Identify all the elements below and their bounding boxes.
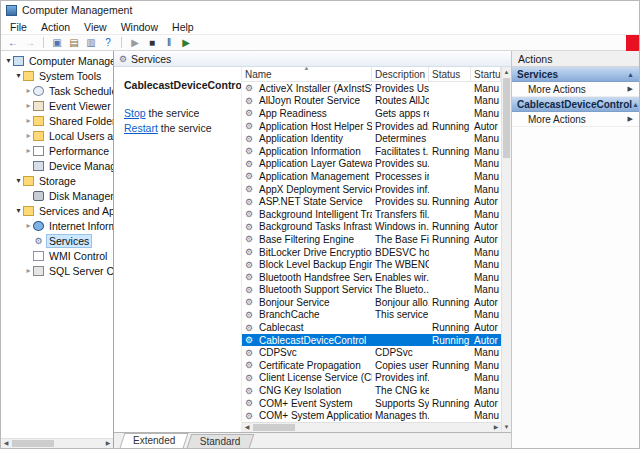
tree-item-storage[interactable]: ▾Storage: [1, 173, 113, 188]
back-icon[interactable]: ←: [5, 35, 21, 50]
task-link-restart[interactable]: Restart: [124, 122, 158, 134]
column-header-status[interactable]: Status: [429, 67, 471, 81]
expander-collapsed-icon[interactable]: ▸: [24, 101, 33, 110]
expander-expanded-icon[interactable]: ▾: [14, 71, 23, 80]
menu-view[interactable]: View: [77, 21, 114, 33]
expander-collapsed-icon[interactable]: ▸: [24, 86, 33, 95]
service-row[interactable]: ⚙App ReadinessGets apps re...Manu: [242, 107, 501, 120]
tab-extended[interactable]: Extended: [120, 433, 189, 448]
tree-item-system-tools[interactable]: ▾System Tools: [1, 68, 113, 83]
service-row[interactable]: ⚙Certificate PropagationCopies user ...R…: [242, 359, 501, 372]
tree-item-event-viewer[interactable]: ▸Event Viewer: [1, 98, 113, 113]
service-row[interactable]: ⚙AllJoyn Router ServiceRoutes AllJo...Ma…: [242, 95, 501, 108]
service-row[interactable]: ⚙Bluetooth Support ServiceThe Blueto...M…: [242, 284, 501, 297]
expander-collapsed-icon[interactable]: ▸: [24, 266, 33, 275]
service-row[interactable]: ⚙COM+ Event SystemSupports Sy...RunningA…: [242, 397, 501, 410]
tree-item-sql-server-configuratio[interactable]: ▸SQL Server Configuratio: [1, 263, 113, 278]
tree-item-services[interactable]: ⚙Services: [1, 233, 113, 248]
scroll-left-icon[interactable]: ◀: [242, 423, 252, 432]
task-link-stop[interactable]: Stop: [124, 107, 146, 119]
tree-item-performance[interactable]: ▸Performance: [1, 143, 113, 158]
expander-collapsed-icon[interactable]: ▸: [24, 116, 33, 125]
service-row[interactable]: ⚙Base Filtering EngineThe Base Fil...Run…: [242, 233, 501, 246]
service-row[interactable]: ⚙Background Intelligent Tran...Transfers…: [242, 208, 501, 221]
tab-standard[interactable]: Standard: [187, 434, 254, 448]
menu-action[interactable]: Action: [34, 21, 77, 33]
tree-item-internet-information-ser[interactable]: ▸Internet Information Ser: [1, 218, 113, 233]
service-row[interactable]: ⚙Bluetooth Handsfree ServiceEnables wir.…: [242, 271, 501, 284]
column-header-startu[interactable]: Startu: [471, 67, 501, 81]
service-row[interactable]: ⚙COM+ System ApplicationManages th...Man…: [242, 409, 501, 422]
scroll-right-icon[interactable]: ▶: [103, 439, 113, 448]
tree-item-device-manager[interactable]: Device Manager: [1, 158, 113, 173]
forward-icon[interactable]: →: [22, 35, 38, 50]
show-console-tree-icon[interactable]: ▣: [49, 35, 65, 50]
actions-section-services[interactable]: Services▲: [512, 67, 639, 82]
close-icon[interactable]: [626, 35, 639, 51]
services-gear-icon: ⚙: [119, 54, 127, 64]
service-row[interactable]: ⚙CablecastDeviceControlRunningAutor: [242, 334, 501, 347]
actions-section-cablecastdevicecontrol[interactable]: CablecastDeviceControl▲: [512, 97, 639, 112]
collapse-section-icon[interactable]: ▲: [632, 101, 639, 108]
service-row[interactable]: ⚙ASP.NET State ServiceProvides su...Runn…: [242, 195, 501, 208]
menu-file[interactable]: File: [3, 21, 34, 33]
service-row[interactable]: ⚙BranchCacheThis service ...Manu: [242, 309, 501, 322]
service-row[interactable]: ⚙Application Layer Gateway ...Provides s…: [242, 158, 501, 171]
tree-item-task-scheduler[interactable]: ▸Task Scheduler: [1, 83, 113, 98]
scrollbar-thumb[interactable]: [253, 424, 295, 431]
list-vertical-scrollbar[interactable]: ▲ ▼: [501, 67, 511, 432]
service-row[interactable]: ⚙Application IdentityDetermines ...Manu: [242, 132, 501, 145]
column-header-description[interactable]: Description: [372, 67, 429, 81]
service-gear-icon: ⚙: [242, 96, 256, 106]
service-row[interactable]: ⚙Block Level Backup Engine ...The WBENG.…: [242, 258, 501, 271]
service-row[interactable]: ⚙CNG Key IsolationThe CNG ke...Manu: [242, 384, 501, 397]
action-item-more-actions[interactable]: More Actions▶: [512, 112, 639, 127]
menu-help[interactable]: Help: [165, 21, 201, 33]
tree-item-wmi-control[interactable]: WMI Control: [1, 248, 113, 263]
tree-item-disk-management[interactable]: Disk Management: [1, 188, 113, 203]
expander-collapsed-icon[interactable]: ▸: [24, 146, 33, 155]
expander-expanded-icon[interactable]: ▾: [14, 176, 23, 185]
service-row[interactable]: ⚙AppX Deployment Service (...Provides in…: [242, 183, 501, 196]
pause-service-icon[interactable]: ‖: [161, 35, 177, 50]
scroll-right-icon[interactable]: ▶: [491, 423, 501, 432]
expander-expanded-icon[interactable]: ▾: [14, 206, 23, 215]
service-row[interactable]: ⚙Bonjour ServiceBonjour allo...RunningAu…: [242, 296, 501, 309]
tree-item-computer-management-local[interactable]: ▾Computer Management (Local: [1, 53, 113, 68]
service-row[interactable]: ⚙Background Tasks Infrastru...Windows in…: [242, 221, 501, 234]
stop-service-icon[interactable]: ■: [144, 35, 160, 50]
restart-service-icon[interactable]: ▶: [178, 35, 194, 50]
expander-expanded-icon[interactable]: ▾: [4, 56, 13, 65]
service-row[interactable]: ⚙Application ManagementProcesses in...Ma…: [242, 170, 501, 183]
column-header-name[interactable]: Name▲: [242, 67, 372, 81]
scrollbar-thumb[interactable]: [12, 440, 54, 447]
list-horizontal-scrollbar[interactable]: ◀ ▶: [242, 422, 501, 432]
expander-collapsed-icon[interactable]: ▸: [24, 221, 33, 230]
service-row[interactable]: ⚙CablecastRunningAutor: [242, 321, 501, 334]
scrollbar-thumb[interactable]: [503, 78, 510, 158]
tree-item-services-and-applications[interactable]: ▾Services and Applications: [1, 203, 113, 218]
service-row[interactable]: ⚙ActiveX Installer (AxInstSV)Provides Us…: [242, 82, 501, 95]
help-icon[interactable]: ?: [100, 35, 116, 50]
scroll-down-icon[interactable]: ▼: [504, 422, 510, 432]
export-list-icon[interactable]: ▥: [83, 35, 99, 50]
box-icon: [33, 266, 44, 276]
service-row[interactable]: ⚙BitLocker Drive Encryption ...BDESVC ho…: [242, 246, 501, 259]
menu-window[interactable]: Window: [114, 21, 165, 33]
scroll-up-icon[interactable]: ▲: [504, 67, 510, 77]
properties-icon[interactable]: ▤: [66, 35, 82, 50]
service-row[interactable]: ⚙Application InformationFacilitates t...…: [242, 145, 501, 158]
service-row[interactable]: ⚙CDPSvcCDPSvcManu: [242, 346, 501, 359]
start-service-icon[interactable]: ▶: [127, 35, 143, 50]
service-row[interactable]: ⚙Client License Service (ClipS...Provide…: [242, 372, 501, 385]
collapse-section-icon[interactable]: ▲: [627, 71, 634, 78]
scroll-left-icon[interactable]: ◀: [1, 439, 11, 448]
tree-item-shared-folders[interactable]: ▸Shared Folders: [1, 113, 113, 128]
service-startup: Autor: [471, 196, 501, 207]
action-item-more-actions[interactable]: More Actions▶: [512, 82, 639, 97]
title-bar: Computer Management: [1, 1, 639, 19]
expander-collapsed-icon[interactable]: ▸: [24, 131, 33, 140]
tree-item-local-users-and-groups[interactable]: ▸Local Users and Groups: [1, 128, 113, 143]
tree-horizontal-scrollbar[interactable]: ◀ ▶: [1, 438, 113, 448]
service-row[interactable]: ⚙Application Host Helper Ser...Provides …: [242, 120, 501, 133]
